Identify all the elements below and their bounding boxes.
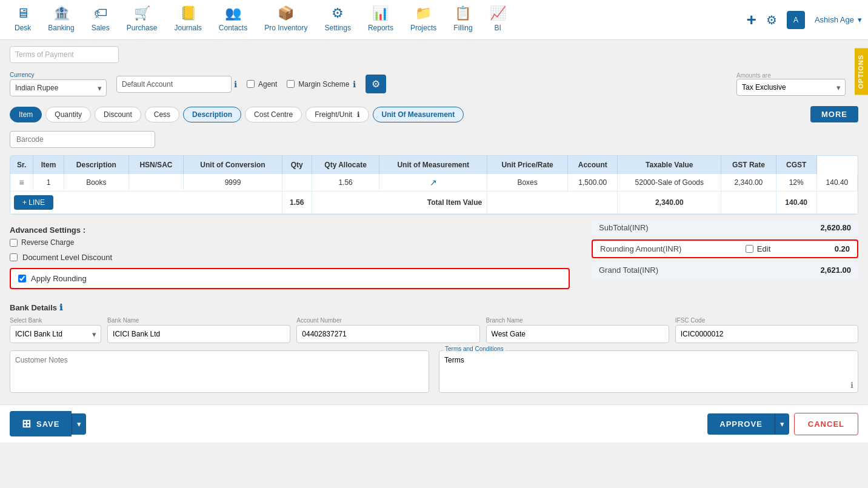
agent-checkbox-group: Agent bbox=[247, 80, 277, 89]
cell-unit-price-rate[interactable]: 1,500.00 bbox=[568, 174, 618, 192]
nav-purchase-label: Purchase bbox=[127, 24, 158, 32]
save-dropdown-button[interactable]: ▾ bbox=[72, 413, 86, 435]
subtotal-row: SubTotal(INR) 2,620.80 bbox=[592, 219, 858, 236]
currency-select[interactable]: Indian Rupee bbox=[10, 79, 107, 96]
branch-name-input[interactable] bbox=[486, 325, 669, 343]
col-unit-price-rate: Unit Price/Rate bbox=[487, 156, 568, 174]
nav-contacts[interactable]: 👥 Contacts bbox=[210, 0, 256, 40]
cell-total-qty: 1.56 bbox=[282, 192, 312, 214]
gear-button[interactable]: ⚙ bbox=[766, 13, 777, 27]
nav-pro-inventory-label: Pro Inventory bbox=[264, 24, 307, 32]
tab-cost-centre[interactable]: Cost Centre bbox=[245, 107, 302, 122]
top-navigation: 🖥 Desk 🏦 Banking 🏷 Sales 🛒 Purchase 📒 Jo… bbox=[0, 0, 868, 40]
col-unit-measurement: Unit of Measurement bbox=[379, 156, 487, 174]
cell-qty[interactable]: 1.56 bbox=[312, 174, 379, 192]
barcode-input[interactable] bbox=[10, 131, 155, 148]
filling-icon: 📋 bbox=[455, 5, 471, 21]
cell-total-cgst: 140.40 bbox=[776, 192, 816, 214]
default-account-info-icon[interactable]: ℹ bbox=[234, 79, 237, 89]
nav-desk[interactable]: 🖥 Desk bbox=[6, 0, 39, 40]
cell-taxable-value[interactable]: 2,340.00 bbox=[721, 174, 776, 192]
customer-notes-textarea[interactable] bbox=[10, 350, 429, 393]
ifsc-code-input[interactable] bbox=[675, 325, 858, 343]
approve-button[interactable]: APPROVE bbox=[707, 413, 775, 435]
nav-pro-inventory[interactable]: 📦 Pro Inventory bbox=[256, 0, 316, 40]
tab-cess[interactable]: Cess bbox=[145, 107, 179, 122]
nav-journals-label: Journals bbox=[174, 24, 201, 32]
bank-details-info-icon[interactable]: ℹ bbox=[59, 302, 62, 312]
cell-cgst[interactable]: 140.40 bbox=[816, 174, 857, 192]
tab-quantity[interactable]: Quantity bbox=[45, 107, 91, 122]
bank-name-field: Bank Name bbox=[107, 317, 290, 343]
nav-purchase[interactable]: 🛒 Purchase bbox=[118, 0, 166, 40]
apply-rounding-checkbox[interactable] bbox=[18, 275, 26, 282]
reverse-charge-checkbox[interactable] bbox=[10, 239, 18, 247]
select-bank-select[interactable]: ICICI Bank Ltd bbox=[10, 325, 101, 343]
col-account: Account bbox=[568, 156, 618, 174]
margin-scheme-label: Margin Scheme bbox=[298, 80, 349, 89]
more-button[interactable]: MORE bbox=[810, 106, 858, 122]
cell-unit-measurement[interactable]: Boxes bbox=[487, 174, 568, 192]
document-level-discount-checkbox[interactable] bbox=[10, 253, 18, 261]
margin-scheme-checkbox-group: Margin Scheme ℹ bbox=[287, 79, 356, 89]
lower-section: Advanced Settings : Reverse Charge Docum… bbox=[10, 219, 858, 293]
nav-settings[interactable]: ⚙ Settings bbox=[316, 0, 359, 40]
terms-textarea[interactable]: Terms bbox=[439, 350, 858, 393]
tab-discount[interactable]: Discount bbox=[95, 107, 141, 122]
tab-freight-unit[interactable]: Freight/Unit ℹ bbox=[305, 107, 369, 122]
agent-checkbox[interactable] bbox=[247, 80, 255, 88]
nav-bi[interactable]: 📈 BI bbox=[481, 0, 515, 40]
nav-banking[interactable]: 🏦 Banking bbox=[39, 0, 82, 40]
options-sidebar[interactable]: OPTIONS bbox=[855, 48, 868, 95]
cell-hsn-sac[interactable]: 9999 bbox=[184, 174, 282, 192]
cell-qty-allocate[interactable]: ↗ bbox=[379, 174, 487, 192]
left-section: Advanced Settings : Reverse Charge Docum… bbox=[10, 219, 570, 293]
nav-sales[interactable]: 🏷 Sales bbox=[83, 0, 118, 40]
cell-unit-conversion[interactable] bbox=[282, 174, 312, 192]
cell-gst-rate[interactable]: 12% bbox=[776, 174, 816, 192]
external-link-icon[interactable]: ↗ bbox=[430, 178, 437, 187]
margin-scheme-checkbox[interactable] bbox=[287, 80, 295, 88]
table-wrapper: Sr. Item Description HSN/SAC Unit of Con… bbox=[10, 155, 858, 215]
currency-select-wrapper: Indian Rupee bbox=[10, 79, 107, 96]
tab-item[interactable]: Item bbox=[10, 107, 42, 122]
margin-scheme-info-icon[interactable]: ℹ bbox=[353, 79, 356, 89]
tab-description[interactable]: Description bbox=[183, 107, 241, 122]
bank-name-input[interactable] bbox=[107, 325, 290, 343]
cell-account[interactable]: 52000-Sale of Goods bbox=[618, 174, 721, 192]
add-button[interactable]: + bbox=[747, 10, 756, 30]
gear-options-button[interactable]: ⚙ bbox=[366, 75, 386, 93]
nav-reports[interactable]: 📊 Reports bbox=[359, 0, 402, 40]
amounts-select[interactable]: Tax Exclusive bbox=[736, 79, 846, 96]
save-button[interactable]: ⊞ SAVE bbox=[10, 411, 72, 436]
top-section: Terms of Payment bbox=[10, 40, 858, 67]
default-account-input[interactable] bbox=[116, 76, 232, 93]
add-line-button[interactable]: + LINE bbox=[14, 195, 53, 210]
table-header-row: Sr. Item Description HSN/SAC Unit of Con… bbox=[10, 156, 858, 174]
bank-details-title: Bank Details ℹ bbox=[10, 302, 858, 312]
terms-label: Terms and Conditions bbox=[444, 346, 505, 352]
banking-icon: 🏦 bbox=[53, 5, 70, 21]
approve-dropdown-button[interactable]: ▾ bbox=[775, 413, 789, 435]
rounding-edit-checkbox[interactable] bbox=[746, 245, 753, 253]
cancel-button[interactable]: CANCEL bbox=[794, 413, 858, 435]
nav-right: + ⚙ A Ashish Age ▾ bbox=[747, 10, 862, 30]
nav-reports-label: Reports bbox=[368, 24, 393, 32]
select-bank-wrapper: ICICI Bank Ltd bbox=[10, 325, 101, 343]
cell-item[interactable]: Books bbox=[64, 174, 129, 192]
terms-info-icon[interactable]: ℹ bbox=[850, 381, 853, 390]
avatar: A bbox=[787, 11, 805, 29]
account-number-input[interactable] bbox=[296, 325, 479, 343]
nav-projects[interactable]: 📁 Projects bbox=[402, 0, 445, 40]
cell-description[interactable] bbox=[129, 174, 184, 192]
notes-terms-row: Terms and Conditions Terms ℹ bbox=[10, 350, 858, 395]
nav-filling-label: Filling bbox=[453, 24, 472, 32]
nav-journals[interactable]: 📒 Journals bbox=[165, 0, 210, 40]
bottom-bar: ⊞ SAVE ▾ APPROVE ▾ CANCEL bbox=[0, 404, 868, 443]
nav-sales-label: Sales bbox=[92, 24, 110, 32]
tab-unit-of-measurement[interactable]: Unit Of Measurement bbox=[373, 107, 464, 122]
col-unit-conversion: Unit of Conversion bbox=[184, 156, 282, 174]
nav-settings-label: Settings bbox=[325, 24, 351, 32]
nav-filling[interactable]: 📋 Filling bbox=[445, 0, 481, 40]
user-info[interactable]: Ashish Age ▾ bbox=[815, 15, 862, 24]
